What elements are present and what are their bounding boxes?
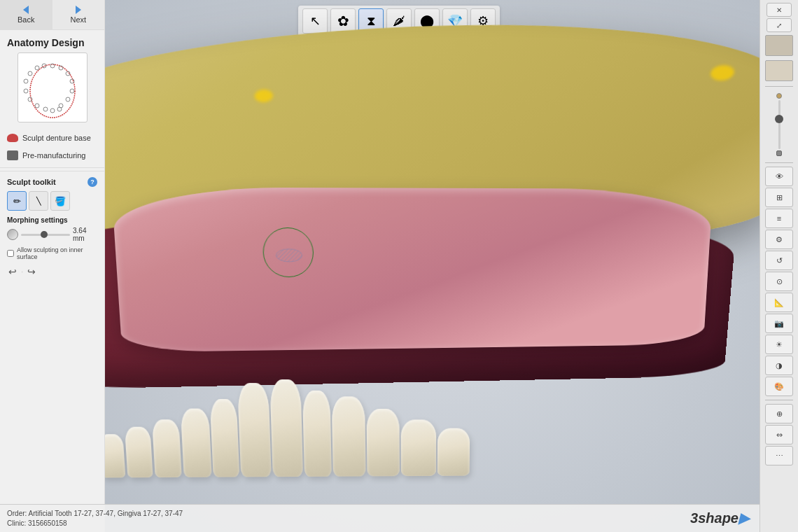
cross-section-button[interactable]: ⊕ [765, 404, 793, 424]
svg-point-17 [57, 107, 62, 111]
undo-divider: · [21, 267, 23, 276]
thumbnail-preview [765, 35, 793, 56]
next-label: Next [70, 15, 86, 24]
divider-1 [0, 167, 104, 168]
svg-point-11 [24, 79, 28, 83]
scale-icon: 🌶 [393, 14, 405, 29]
svg-point-12 [24, 89, 28, 93]
flip-button[interactable]: ⇔ [765, 425, 793, 444]
rotate-icon: ⧗ [367, 14, 376, 29]
undo-button[interactable]: ↩ [8, 266, 17, 277]
svg-point-9 [35, 66, 39, 70]
brush-tool-button[interactable]: ✏ [7, 191, 27, 211]
shade-button[interactable]: ◑ [765, 356, 793, 375]
morph-expand-icon [7, 229, 18, 240]
morphing-row: 3.64 mm [7, 227, 97, 242]
scan-mark-3 [710, 65, 735, 81]
pre-manufacturing-icon [7, 150, 18, 160]
morph-slider[interactable] [21, 234, 70, 236]
sculpt-toolkit-label: Sculpt toolkit [7, 178, 56, 186]
sculpt-denture-item[interactable]: Sculpt denture base [0, 130, 104, 146]
screenshot-button[interactable]: 📷 [765, 314, 793, 333]
svg-point-6 [66, 97, 70, 102]
right-divider-1 [765, 86, 793, 87]
inner-surface-label: Allow sculpting on inner surface [17, 246, 97, 260]
inner-surface-checkbox-row: Allow sculpting on inner surface [7, 246, 97, 260]
pre-manufacturing-item[interactable]: Pre-manufacturing [0, 146, 104, 164]
svg-point-15 [43, 107, 48, 111]
redo-button[interactable]: ↪ [27, 266, 36, 277]
tooth-mid-left [181, 409, 212, 477]
sculpt-toolkit-section: Sculpt toolkit ? ✏ ╲ 🪣 Morphing settings… [0, 171, 104, 283]
slider-handle-bottom [776, 150, 782, 156]
sidebar: Back Next Anatomy Design [0, 0, 105, 532]
layers-button[interactable]: ≡ [765, 209, 793, 228]
order-value: Artificial Tooth 17-27, 37-47, Gingiva 1… [29, 510, 183, 517]
svg-point-19 [276, 249, 302, 262]
slider-track[interactable] [778, 100, 780, 149]
reset-button[interactable]: ↺ [765, 251, 793, 270]
teeth-row [105, 379, 734, 478]
clinic-value: 3156650158 [28, 519, 67, 527]
page-title: Anatomy Design [0, 30, 104, 52]
next-button[interactable]: Next [52, 0, 105, 29]
morph-slider-thumb [41, 231, 48, 238]
color-button[interactable]: 🎨 [765, 377, 793, 396]
right-divider-2 [765, 162, 793, 163]
order-label: Order: [7, 510, 27, 517]
arch-svg [21, 56, 84, 119]
slider-handle-top [776, 93, 782, 99]
brush-icon: ✏ [13, 196, 21, 206]
more-button[interactable]: ⋯ [765, 446, 793, 465]
gum-front [111, 187, 713, 352]
svg-point-5 [70, 89, 74, 93]
pre-manufacturing-label: Pre-manufacturing [22, 151, 86, 160]
smooth-icon: ╲ [36, 197, 41, 206]
erase-tool-button[interactable]: 🪣 [50, 191, 70, 211]
sculpt-denture-label: Sculpt denture base [22, 134, 91, 142]
svg-point-1 [50, 64, 55, 68]
next-arrow-icon [76, 6, 81, 14]
close-button[interactable]: ✕ [766, 3, 792, 17]
sculpt-cursor-circle [262, 227, 314, 277]
settings-button[interactable]: ⚙ [765, 230, 793, 249]
erase-icon: 🪣 [55, 196, 66, 206]
light-button[interactable]: ☀ [765, 335, 793, 354]
back-button[interactable]: Back [0, 0, 52, 29]
sculpt-denture-icon [7, 134, 18, 142]
thumbnail-preview-2 [765, 60, 793, 81]
logo-3shape: 3shape▶ [690, 510, 749, 526]
smooth-tool-button[interactable]: ╲ [29, 191, 48, 211]
scan-mark-2 [254, 89, 273, 103]
tooth-back-right-3 [438, 428, 470, 476]
svg-point-16 [50, 108, 55, 113]
tooth-back-left-2 [125, 427, 153, 478]
svg-point-10 [28, 71, 32, 76]
viewport[interactable] [105, 0, 760, 532]
tool-buttons: ✏ ╲ 🪣 [7, 191, 97, 211]
tooth-front-right [302, 391, 332, 477]
inner-surface-checkbox[interactable] [7, 250, 14, 257]
svg-point-14 [35, 104, 39, 108]
clinic-label: Clinic: [7, 519, 26, 527]
logo-arrow: ▶ [738, 510, 749, 526]
maximize-button[interactable]: ⤢ [766, 18, 792, 32]
zoom-fit-button[interactable]: ⊙ [765, 272, 793, 291]
slider-thumb[interactable] [775, 115, 783, 123]
move-icon: ✿ [337, 13, 349, 29]
select-tool-button[interactable]: ↖ [302, 8, 328, 34]
tooth-center-2 [270, 379, 303, 477]
measure-button[interactable]: 📐 [765, 293, 793, 312]
slider-container [776, 90, 782, 159]
grid-button[interactable]: ⊞ [765, 188, 793, 207]
arch-diagram [18, 52, 88, 122]
help-icon[interactable]: ? [88, 177, 97, 187]
tooth-back-right-2 [401, 419, 437, 476]
morphing-label: Morphing settings [7, 216, 97, 224]
sculpt-toolkit-header: Sculpt toolkit ? [7, 177, 97, 187]
view-mode-button[interactable]: 👁 [765, 167, 793, 186]
select-icon: ↖ [310, 13, 321, 29]
undo-redo-controls: ↩ · ↪ [7, 266, 97, 277]
svg-point-0 [30, 64, 75, 118]
cursor-crosshatch [263, 228, 315, 278]
